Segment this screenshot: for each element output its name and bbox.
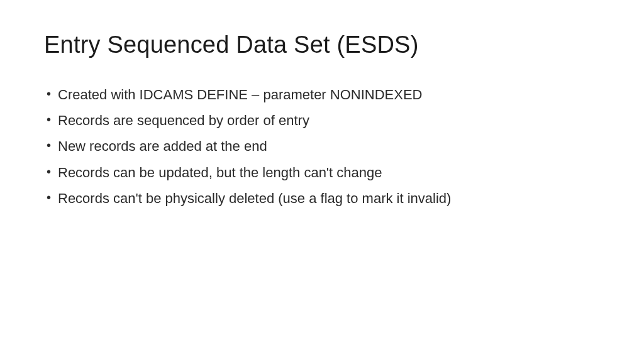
list-item: Records are sequenced by order of entry <box>44 109 600 131</box>
list-item: Records can be updated, but the length c… <box>44 162 600 184</box>
slide-title: Entry Sequenced Data Set (ESDS) <box>44 31 600 58</box>
bullet-list: Created with IDCAMS DEFINE – parameter N… <box>44 84 600 209</box>
list-item: Created with IDCAMS DEFINE – parameter N… <box>44 84 600 106</box>
list-item: New records are added at the end <box>44 135 600 157</box>
list-item: Records can't be physically deleted (use… <box>44 187 600 209</box>
